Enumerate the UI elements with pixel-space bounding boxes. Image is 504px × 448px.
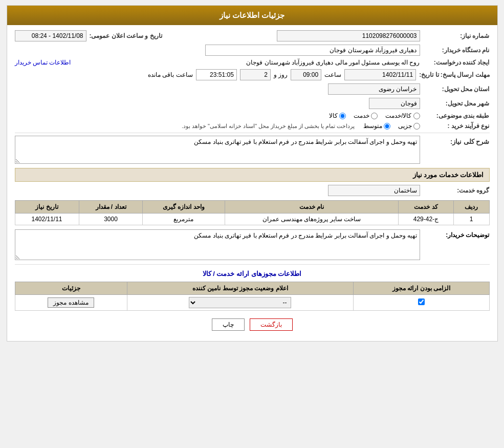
col-row-header: ردیف: [453, 201, 489, 214]
date-label: تاریخ و ساعت اعلان عمومی:: [90, 32, 162, 39]
need-number-input: [277, 30, 420, 41]
service-table-section: ردیف کد خدمت نام خدمت واحد اندازه گیری ت…: [15, 200, 490, 225]
list-item: -- مشاهده مجوز: [15, 295, 489, 311]
deadline-remaining-label: ساعت باقی مانده: [148, 71, 193, 78]
purchase-note: پرداخت تمام یا بخشی از مبلغ خریداز محل "…: [182, 123, 355, 130]
purchase-medium-item: متوسط: [363, 122, 390, 130]
page-header: جزئیات اطلاعات نیاز: [7, 6, 497, 25]
province-input: [328, 83, 420, 95]
city-row: شهر محل تحویل:: [15, 98, 490, 109]
view-permit-button[interactable]: مشاهده مجوز: [48, 297, 94, 308]
cell-qty: 3000: [79, 214, 143, 225]
service-section-title: اطلاعات خدمات مورد نیاز: [15, 168, 490, 182]
page-wrapper: جزئیات اطلاعات نیاز شماره نیاز: تاریخ و …: [7, 5, 498, 342]
permit-status-cell: --: [127, 295, 354, 311]
print-button[interactable]: چاپ: [212, 318, 245, 331]
category-goods-radio[interactable]: [339, 113, 346, 119]
page-title: جزئیات اطلاعات نیاز: [220, 11, 284, 19]
permit-details-cell: مشاهده مجوز: [15, 295, 127, 311]
purchase-type-radio-group: جزیی متوسط: [363, 122, 420, 130]
need-desc-row: شرح کلی نیاز: تهیه وحمل و اجرای آسفالت ب…: [15, 136, 490, 164]
col-name-header: نام خدمت: [225, 201, 399, 214]
service-group-input: [328, 185, 420, 196]
deadline-day-label: روز و: [274, 71, 288, 78]
deadline-label: مهلت ارسال پاسخ: تا تاریخ:: [419, 71, 489, 78]
buyer-org-input: [205, 45, 420, 56]
purchase-medium-radio[interactable]: [384, 123, 390, 130]
category-row: طبقه بندی موضوعی: کالا/خدمت خدمت کالا: [15, 112, 490, 119]
cell-name: ساخت سایر پروژه‌های مهندسی عمران: [225, 214, 399, 225]
need-desc-textarea[interactable]: تهیه وحمل و اجرای آسفالت برابر شرایط مند…: [15, 136, 420, 164]
service-table: ردیف کد خدمت نام خدمت واحد اندازه گیری ت…: [15, 200, 490, 225]
permit-col-details: جزئیات: [15, 282, 127, 295]
buyer-notes-textarea[interactable]: تهیه وحمل و اجرای آسفالت برابر شرایط مند…: [15, 229, 420, 260]
purchase-medium-label: متوسط: [363, 122, 382, 130]
permit-col-required: الزامی بودن ارائه مجوز: [354, 282, 489, 295]
divider2: [15, 264, 490, 265]
purchase-type-label: نوع فرآیند خرید :: [423, 122, 490, 130]
purchase-partial-label: جزیی: [398, 122, 412, 130]
service-group-label: گروه خدمت:: [423, 187, 490, 194]
buyer-org-label: نام دستگاه خریدار:: [423, 47, 490, 54]
cell-row: 1: [453, 214, 489, 225]
category-service-label: خدمت: [354, 112, 369, 119]
permit-col-status: اعلام وضعیت مجوز توسط نامین کننده: [127, 282, 354, 295]
category-goods-service-item: کالا/خدمت: [385, 112, 420, 119]
need-number-row: شماره نیاز: تاریخ و ساعت اعلان عمومی:: [15, 30, 490, 41]
city-label: شهر محل تحویل:: [423, 100, 490, 107]
col-date-header: تاریخ نیاز: [15, 201, 79, 214]
buyer-org-row: نام دستگاه خریدار:: [15, 45, 490, 56]
category-goods-label: کالا: [329, 112, 338, 119]
category-goods-service-label: کالا/خدمت: [385, 112, 411, 119]
category-service-item: خدمت: [354, 112, 378, 119]
table-row: 1 ج-42-429 ساخت سایر پروژه‌های مهندسی عم…: [15, 214, 489, 225]
purchase-partial-item: جزیی: [398, 122, 420, 130]
cell-unit: مترمربع: [143, 214, 225, 225]
divider1: [15, 133, 490, 133]
service-group-row: گروه خدمت:: [15, 185, 490, 196]
back-button[interactable]: بازگشت: [250, 318, 293, 331]
col-qty-header: تعداد / مقدار: [79, 201, 143, 214]
need-number-label: شماره نیاز:: [423, 32, 490, 39]
province-label: استان محل تحویل:: [423, 86, 490, 93]
col-code-header: کد خدمت: [399, 201, 454, 214]
deadline-remaining-input: [196, 69, 237, 80]
buyer-notes-section: توضیحات خریدار: تهیه وحمل و اجرای آسفالت…: [15, 229, 490, 260]
creator-value: روح اله یوسفی مسئول امور مالی دهیاری فیر…: [74, 59, 420, 66]
footer-buttons: بازگشت چاپ: [15, 318, 490, 331]
category-service-radio[interactable]: [371, 113, 378, 119]
permit-table-header-row: الزامی بودن ارائه مجوز اعلام وضعیت مجوز …: [15, 282, 489, 295]
date-input: [15, 30, 86, 41]
cell-code: ج-42-429: [399, 214, 454, 225]
permit-table: الزامی بودن ارائه مجوز اعلام وضعیت مجوز …: [15, 282, 490, 311]
contact-link[interactable]: اطلاعات تماس خریدار: [15, 59, 71, 66]
purchase-partial-radio[interactable]: [413, 123, 420, 130]
category-goods-item: کالا: [329, 112, 346, 119]
permit-required-cell: [354, 295, 489, 311]
deadline-days-input: [240, 69, 271, 80]
city-input: [369, 98, 420, 109]
col-unit-header: واحد اندازه گیری: [143, 201, 225, 214]
content-area: شماره نیاز: تاریخ و ساعت اعلان عمومی: نا…: [7, 25, 497, 341]
category-goods-service-radio[interactable]: [413, 113, 420, 119]
province-row: استان محل تحویل:: [15, 83, 490, 95]
cell-date: 1402/11/11: [15, 214, 79, 225]
permit-status-select[interactable]: --: [189, 297, 291, 308]
deadline-time-input: [291, 69, 321, 80]
purchase-type-row: نوع فرآیند خرید : جزیی متوسط پرداخت تمام…: [15, 122, 490, 130]
service-table-header-row: ردیف کد خدمت نام خدمت واحد اندازه گیری ت…: [15, 201, 489, 214]
need-desc-section-title: شرح کلی نیاز:: [423, 136, 490, 145]
deadline-time-label: ساعت: [324, 71, 341, 78]
permit-section-title: اطلاعات مجوزهای ارائه خدمت / کالا: [15, 270, 490, 278]
permit-required-checkbox[interactable]: [418, 298, 425, 305]
category-radio-group: کالا/خدمت خدمت کالا: [329, 112, 420, 119]
creator-label: ایجاد کننده درخواست:: [423, 59, 490, 66]
permit-table-section: الزامی بودن ارائه مجوز اعلام وضعیت مجوز …: [15, 282, 490, 311]
deadline-date-input: [344, 69, 416, 80]
category-label: طبقه بندی موضوعی:: [423, 112, 490, 119]
creator-row: ایجاد کننده درخواست: روح اله یوسفی مسئول…: [15, 59, 490, 66]
deadline-row: مهلت ارسال پاسخ: تا تاریخ: ساعت روز و سا…: [15, 69, 490, 80]
buyer-notes-label: توضیحات خریدار:: [423, 229, 490, 239]
